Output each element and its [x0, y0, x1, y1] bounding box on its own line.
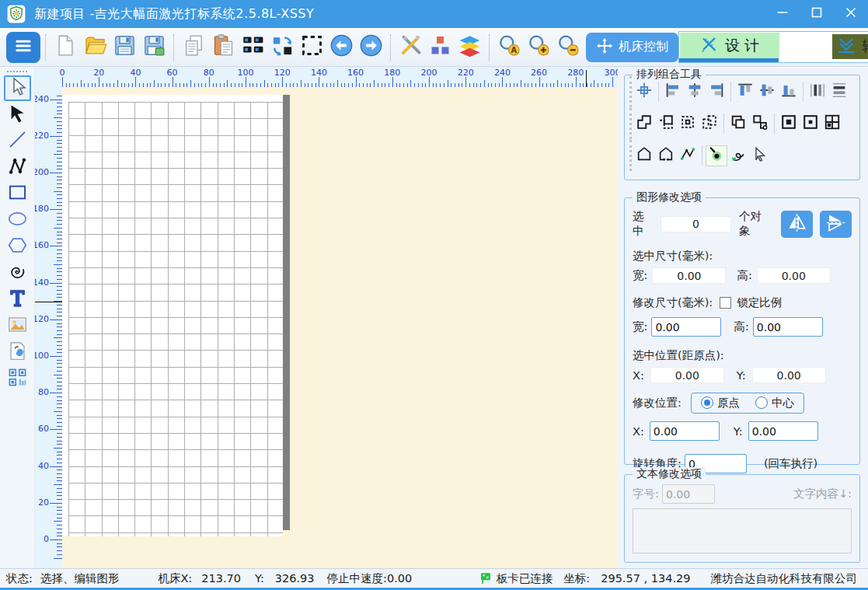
center-radio-circle[interactable] — [755, 396, 768, 409]
origin-radio[interactable]: 原点 — [701, 396, 740, 410]
transform-swap-button[interactable] — [267, 31, 297, 64]
font-size-input[interactable] — [662, 484, 715, 504]
ungroup-button[interactable] — [749, 113, 771, 134]
array-copy-button[interactable] — [238, 31, 267, 64]
polyline-tool-button[interactable] — [4, 155, 31, 180]
align-middle-button[interactable] — [756, 82, 778, 103]
same-height-button[interactable] — [828, 82, 850, 103]
align-center-h-button[interactable] — [684, 82, 706, 103]
poly-open-button[interactable] — [655, 145, 677, 166]
v-ruler-tick — [57, 106, 62, 107]
layers-button[interactable] — [455, 31, 484, 64]
modify-y-label: Y: — [734, 425, 743, 438]
node-square-button[interactable] — [778, 113, 800, 134]
zoom-in-button[interactable] — [524, 31, 553, 64]
tools-button[interactable] — [396, 31, 425, 64]
flip-vertical-button[interactable] — [820, 211, 852, 238]
node-square-small-button[interactable] — [800, 113, 821, 134]
tab-design[interactable]: 设 计 — [680, 33, 779, 58]
group-copy-button[interactable] — [727, 113, 749, 134]
minimize-button[interactable] — [765, 0, 800, 28]
combine-button[interactable] — [699, 113, 720, 134]
origin-radio-circle[interactable] — [701, 396, 713, 409]
h-ruler-tick — [448, 80, 448, 87]
center-radio[interactable]: 中心 — [755, 396, 794, 410]
height-input[interactable] — [753, 317, 823, 337]
v-ruler-tick — [57, 250, 62, 250]
node-edit-icon — [679, 145, 696, 166]
copy-button[interactable] — [179, 31, 208, 64]
modify-x-label: X: — [633, 425, 644, 438]
flip-horizontal-button[interactable] — [781, 211, 813, 238]
text-tool-button[interactable] — [4, 287, 31, 312]
window-title: 新建项目 -吉光大幅面激光打标系统2.5.8L-XSSY — [34, 6, 314, 23]
align-left-button[interactable] — [662, 82, 684, 103]
select-arrow-button[interactable] — [4, 75, 31, 101]
close-button[interactable] — [834, 0, 868, 28]
h-ruler-label: 60 — [167, 68, 178, 78]
pick-node-button[interactable] — [706, 145, 727, 166]
maximize-button[interactable] — [800, 0, 834, 28]
save-as-button[interactable] — [139, 31, 169, 64]
align-top-button[interactable] — [734, 82, 756, 103]
v-ruler-tick — [57, 349, 62, 350]
curve-cut-button[interactable] — [727, 145, 749, 166]
same-width-button[interactable] — [807, 82, 828, 103]
align-left-icon — [664, 82, 682, 102]
toolbar-icon-groups: A — [40, 31, 583, 64]
marquee-button[interactable] — [297, 31, 326, 64]
open-folder-button[interactable] — [80, 31, 110, 64]
edit-arrow-button[interactable] — [4, 102, 31, 127]
save-button[interactable] — [110, 31, 139, 64]
state-value: 选择、编辑图形 — [40, 571, 120, 586]
lock-ratio-checkbox[interactable] — [720, 297, 731, 309]
work-area[interactable] — [62, 95, 283, 536]
paste-button[interactable] — [208, 31, 238, 64]
polygon-tool-button[interactable] — [4, 234, 31, 260]
redo-button[interactable] — [356, 31, 385, 64]
y-input[interactable] — [748, 421, 818, 441]
align-center-both-icon — [636, 82, 653, 102]
save-icon — [113, 33, 137, 61]
align-bottom-button[interactable] — [778, 82, 800, 103]
node-edit-button[interactable] — [677, 145, 699, 166]
lock-ratio-label: 锁定比例 — [737, 295, 782, 310]
rectangle-tool-button[interactable] — [4, 181, 31, 207]
image-tool-button[interactable] — [4, 313, 31, 339]
selected-prefix-label: 选中 — [633, 209, 654, 239]
width-input[interactable] — [651, 317, 721, 337]
ellipse-tool-button[interactable] — [4, 208, 31, 233]
select-open-arrow-button[interactable] — [749, 145, 771, 166]
array-grid-tool-button[interactable] — [4, 366, 31, 392]
line-tool-button[interactable] — [4, 128, 31, 154]
weld-button[interactable] — [633, 113, 655, 134]
grid-cells-button[interactable] — [821, 113, 843, 134]
tab-output[interactable]: 输 出 — [832, 34, 868, 59]
palette-drag-grip[interactable] — [7, 71, 27, 72]
trim-button[interactable] — [655, 113, 677, 134]
machine-control-button[interactable]: 机床控制 — [586, 33, 678, 62]
v-ruler-tick — [50, 99, 62, 100]
x-input[interactable] — [650, 421, 720, 441]
blocks-button[interactable] — [425, 31, 455, 64]
v-ruler-tick — [57, 257, 62, 258]
intersect-button[interactable] — [677, 113, 699, 134]
v-ruler-tick — [57, 113, 62, 114]
spiral-tool-button[interactable] — [4, 260, 31, 286]
h-ruler-tick — [319, 77, 319, 87]
new-file-button[interactable] — [51, 31, 80, 64]
v-ruler-label: 100 — [35, 351, 49, 361]
v-ruler-tick — [57, 253, 62, 254]
zoom-out-button[interactable] — [553, 31, 583, 64]
menu-button[interactable] — [6, 32, 40, 63]
zoom-all-button[interactable]: A — [494, 31, 524, 64]
h-ruler-label: 180 — [384, 68, 400, 78]
vector-fill-tool-button[interactable] — [4, 340, 31, 365]
canvas-area[interactable] — [62, 87, 618, 568]
canvas-zone: 0204060801001201401601802002202402602803… — [35, 67, 618, 568]
poly-closed-button[interactable] — [633, 145, 655, 166]
align-right-button[interactable] — [706, 82, 727, 103]
align-center-both-button[interactable] — [633, 82, 655, 103]
undo-button[interactable] — [326, 31, 356, 64]
text-content-textarea[interactable] — [633, 508, 852, 553]
